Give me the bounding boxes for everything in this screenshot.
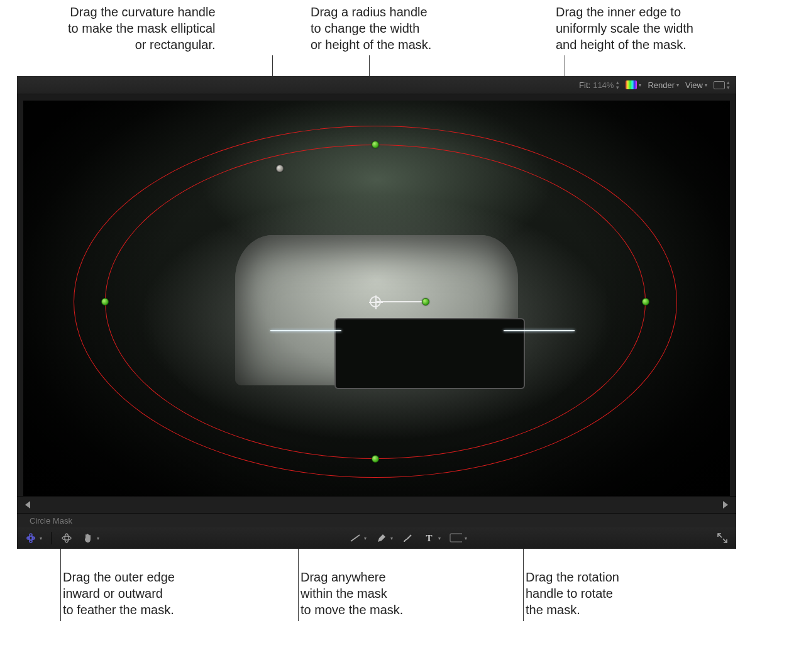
stepper-icon: ▴▾ <box>616 80 619 90</box>
viewer-bottom-toolbar: ▾ ▾ ▾ ▾ <box>17 527 736 549</box>
svg-rect-6 <box>450 534 462 542</box>
radius-handle-top[interactable] <box>372 141 379 148</box>
text-tool-button[interactable]: T ▾ <box>423 532 441 544</box>
chevron-down-icon: ▾ <box>390 536 393 541</box>
chevron-down-icon: ▾ <box>364 536 367 541</box>
pen-icon <box>375 532 388 544</box>
hand-icon <box>82 532 94 544</box>
render-menu[interactable]: Render ▾ <box>648 80 679 90</box>
fullscreen-button[interactable] <box>716 532 729 544</box>
chevron-down-icon: ▾ <box>40 536 42 541</box>
shape-tool-button[interactable]: ▾ <box>450 532 467 544</box>
orbit-tool-button[interactable] <box>60 532 73 544</box>
view-label: View <box>685 80 703 90</box>
fullscreen-icon <box>716 532 729 544</box>
color-channel-menu[interactable]: ▾ <box>626 80 641 89</box>
mask-center-handle[interactable] <box>370 296 381 307</box>
mask-tool-button[interactable]: ▾ <box>25 532 42 544</box>
mini-timeline[interactable] <box>17 496 736 514</box>
brush-icon <box>402 532 414 544</box>
rect-icon <box>450 532 462 544</box>
line-tool-button[interactable]: ▾ <box>349 532 367 544</box>
fit-value: 114% <box>593 80 614 90</box>
mask-shape-icon <box>25 532 37 544</box>
chevron-down-icon: ▾ <box>438 536 441 541</box>
line-icon <box>349 532 361 544</box>
stepper-icon: ▴▾ <box>727 80 730 90</box>
radius-handle-left[interactable] <box>101 298 109 306</box>
view-menu[interactable]: View ▾ <box>685 80 707 90</box>
active-tool-label-row: Circle Mask <box>17 514 736 527</box>
radius-handle-bottom[interactable] <box>372 455 379 463</box>
viewer-canvas[interactable] <box>23 101 730 496</box>
svg-point-4 <box>62 536 71 540</box>
chevron-down-icon: ▾ <box>676 82 679 88</box>
callout-curvature: Drag the curvature handle to make the ma… <box>68 4 216 53</box>
text-icon: T <box>423 532 436 544</box>
active-tool-label: Circle Mask <box>30 516 72 526</box>
chevron-down-icon: ▾ <box>705 82 707 88</box>
curvature-handle[interactable] <box>276 165 284 172</box>
viewer-top-toolbar: Fit: 114% ▴▾ ▾ Render ▾ View ▾ ▴▾ <box>17 76 736 94</box>
callout-radius: Drag a radius handle to change the width… <box>311 4 431 53</box>
callout-move: Drag anywhere within the mask to move th… <box>301 569 403 618</box>
screen-layout-menu[interactable]: ▴▾ <box>714 80 730 90</box>
screen-box-icon <box>714 81 725 89</box>
pan-tool-button[interactable]: ▾ <box>82 532 99 544</box>
chevron-down-icon: ▾ <box>97 536 99 541</box>
rotation-handle-line[interactable] <box>376 301 426 302</box>
playhead-start-icon[interactable] <box>23 500 31 509</box>
callout-feather: Drag the outer edge inward or outward to… <box>63 569 175 618</box>
chevron-down-icon: ▾ <box>465 536 467 541</box>
radius-handle-right[interactable] <box>642 298 649 306</box>
callout-line-feather-stub <box>60 569 61 621</box>
fit-label: Fit: <box>579 80 590 90</box>
playhead-end-icon[interactable] <box>722 500 730 509</box>
chevron-down-icon: ▾ <box>639 82 641 88</box>
app-window: Fit: 114% ▴▾ ▾ Render ▾ View ▾ ▴▾ <box>17 76 736 549</box>
pen-tool-button[interactable]: ▾ <box>375 532 393 544</box>
fit-zoom-control[interactable]: Fit: 114% ▴▾ <box>579 80 619 90</box>
svg-point-5 <box>65 534 69 543</box>
toolbar-divider <box>51 532 52 544</box>
callout-inner-edge: Drag the inner edge to uniformly scale t… <box>556 4 693 53</box>
orbit-icon <box>60 532 73 544</box>
color-swatch-icon <box>626 80 637 89</box>
callout-rotate: Drag the rotation handle to rotate the m… <box>526 569 619 618</box>
rotation-handle[interactable] <box>422 298 429 306</box>
render-label: Render <box>648 80 675 90</box>
brush-tool-button[interactable] <box>402 532 414 544</box>
